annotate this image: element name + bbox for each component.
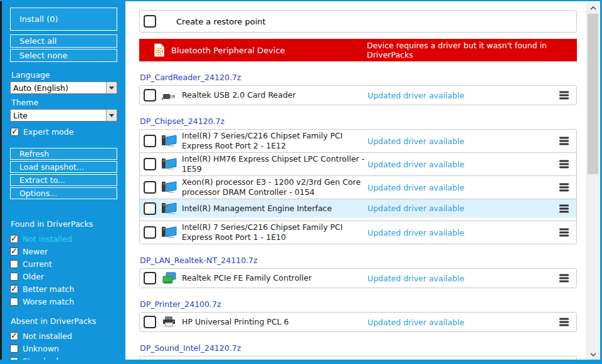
checkbox-icon[interactable]	[10, 273, 18, 281]
filter-checkbox-not-installed[interactable]: Not installed	[10, 330, 117, 342]
driver-row[interactable]: Intel(R) 7 Series/C216 Chipset Family PC…	[140, 221, 576, 244]
checkbox-icon[interactable]	[10, 285, 18, 293]
filter-checkbox-not-installed[interactable]: Not installed	[10, 232, 117, 245]
driver-checkbox[interactable]	[144, 89, 156, 101]
filter-checkbox-unknown[interactable]: Unknown	[10, 342, 117, 355]
install-button[interactable]: Install (0)	[10, 8, 117, 31]
sidebar-action-refresh[interactable]: Refresh	[10, 148, 117, 160]
row-menu-icon[interactable]	[559, 274, 569, 283]
filter-label: Worse match	[23, 297, 74, 306]
driver-row[interactable]: Realtek USB 2.0 Card ReaderUpdated drive…	[140, 86, 576, 105]
driver-name: HP Universal Printing PCL 6	[182, 317, 370, 327]
row-menu-icon[interactable]	[559, 91, 569, 100]
driver-row[interactable]: HP Universal Printing PCL 6Updated drive…	[140, 313, 576, 331]
driver-row[interactable]: Xeon(R) processor E3 - 1200 v2/3rd Gen C…	[140, 175, 576, 199]
filter-label: Better match	[23, 284, 74, 294]
driver-group: Intel(R) Display AudioUpdated driver ava…	[139, 356, 577, 364]
driver-group: Realtek PCIe FE Family ControllerUpdated…	[139, 268, 577, 288]
driver-status: Updated driver available	[367, 228, 464, 237]
driver-name: Xeon(R) processor E3 - 1200 v2/3rd Gen C…	[182, 177, 370, 197]
background-scrollbar-fragment	[19, 360, 77, 363]
restore-point-row[interactable]: Create a restore point	[139, 10, 577, 33]
driverpack-link[interactable]: DP_Chipset_24120.7z	[140, 117, 224, 127]
sidebar: Install (0) Select all Select none Langu…	[2, 1, 125, 360]
driver-checkbox[interactable]	[144, 272, 156, 284]
sidebar-actions: RefreshLoad snapshot...Extract to...Opti…	[10, 148, 117, 199]
filter-checkbox-worse-match[interactable]: Worse match	[10, 295, 117, 308]
missing-driver-banner[interactable]: Bluetooth Peripheral Device Device requi…	[139, 39, 577, 61]
language-label: Language	[11, 70, 117, 80]
filter-group-found-in-driverpacks: Found in DriverPacksNot installedNewerCu…	[10, 219, 117, 308]
driver-status: Updated driver available	[367, 160, 464, 169]
row-menu-icon[interactable]	[559, 362, 569, 364]
driver-checkbox[interactable]	[144, 135, 156, 147]
checkbox-icon[interactable]	[10, 332, 18, 340]
driver-checkbox[interactable]	[144, 158, 156, 170]
sidebar-action-load-snapshot[interactable]: Load snapshot...	[10, 161, 117, 173]
driver-group: HP Universal Printing PCL 6Updated drive…	[139, 312, 577, 332]
row-menu-icon[interactable]	[559, 204, 569, 212]
usb-icon	[161, 88, 177, 102]
driver-row[interactable]: Realtek PCIe FE Family ControllerUpdated…	[140, 269, 576, 288]
row-menu-icon[interactable]	[559, 318, 569, 326]
select-all-button[interactable]: Select all	[10, 34, 117, 48]
chevron-down-icon[interactable]	[106, 110, 117, 121]
checkbox-icon[interactable]	[10, 260, 18, 268]
driver-row[interactable]: Intel(R) Management Engine InterfaceUpda…	[140, 199, 576, 217]
driver-name: Intel(R) Management Engine Interface	[182, 204, 370, 214]
checkbox-icon[interactable]	[11, 128, 19, 136]
row-menu-icon[interactable]	[559, 184, 569, 192]
filter-checkbox-current[interactable]: Current	[10, 257, 117, 270]
checkbox-icon[interactable]	[10, 247, 18, 256]
scroll-up-button[interactable]	[587, 3, 599, 13]
driver-row[interactable]: Intel(R) Display AudioUpdated driver ava…	[140, 356, 576, 364]
driverpack-link[interactable]: DP_Printer_24100.7z	[140, 299, 221, 309]
row-menu-icon[interactable]	[559, 137, 569, 145]
filter-label: Newer	[23, 247, 48, 256]
vertical-scrollbar[interactable]	[586, 3, 598, 360]
driver-row[interactable]: Intel(R) 7 Series/C216 Chipset Family PC…	[140, 130, 576, 152]
row-menu-icon[interactable]	[559, 229, 569, 237]
expert-mode-label: Expert mode	[23, 127, 73, 137]
driverpack-link[interactable]: DP_CardReader_24120.7z	[140, 73, 241, 83]
missing-driver-name: Bluetooth Peripheral Device	[171, 46, 285, 55]
restore-point-checkbox[interactable]	[144, 15, 156, 28]
printer-icon	[161, 315, 177, 329]
scrollbar-thumb[interactable]	[588, 14, 598, 174]
chipset-icon	[161, 157, 177, 171]
select-none-button[interactable]: Select none	[10, 49, 117, 62]
checkbox-icon[interactable]	[10, 235, 18, 243]
driverpack-link[interactable]: DP_Sound_Intel_24120.7z	[140, 343, 241, 353]
checkbox-icon[interactable]	[10, 345, 18, 353]
chipset-icon	[161, 134, 177, 148]
driverpack-link[interactable]: DP_LAN_Realtek-NT_24110.7z	[140, 256, 258, 266]
theme-select[interactable]: Lite	[10, 109, 117, 122]
driver-name: Intel(R) HM76 Express Chipset LPC Contro…	[182, 154, 370, 174]
filter-checkbox-better-match[interactable]: Better match	[10, 283, 117, 295]
theme-value: Lite	[11, 111, 106, 120]
filter-checkbox-older[interactable]: Older	[10, 270, 117, 283]
filter-checkbox-newer[interactable]: Newer	[10, 245, 117, 257]
driver-group: Intel(R) 7 Series/C216 Chipset Family PC…	[139, 129, 577, 244]
expert-mode-checkbox[interactable]: Expert mode	[11, 125, 117, 138]
checkbox-icon[interactable]	[10, 357, 18, 364]
driver-status: Updated driver available	[367, 318, 464, 327]
driver-checkbox[interactable]	[144, 360, 156, 364]
language-select[interactable]: Auto (English)	[10, 81, 117, 94]
sidebar-action-extract-to[interactable]: Extract to...	[10, 174, 117, 186]
driver-checkbox[interactable]	[144, 316, 156, 328]
row-menu-icon[interactable]	[559, 160, 569, 169]
driver-checkbox[interactable]	[144, 202, 156, 215]
checkbox-icon[interactable]	[10, 298, 18, 306]
chevron-down-icon[interactable]	[106, 82, 117, 93]
driver-status: Updated driver available	[367, 204, 464, 213]
driver-status: Updated driver available	[367, 274, 464, 283]
driver-row[interactable]: Intel(R) HM76 Express Chipset LPC Contro…	[140, 152, 576, 175]
filter-label: Unknown	[23, 344, 59, 353]
driver-checkbox[interactable]	[144, 226, 156, 239]
scroll-down-button[interactable]	[587, 349, 599, 360]
driverpacks-window: Install (0) Select all Select none Langu…	[0, 0, 602, 364]
sidebar-action-options[interactable]: Options...	[10, 187, 117, 199]
driver-group: Realtek USB 2.0 Card ReaderUpdated drive…	[139, 85, 577, 105]
driver-checkbox[interactable]	[144, 181, 156, 194]
